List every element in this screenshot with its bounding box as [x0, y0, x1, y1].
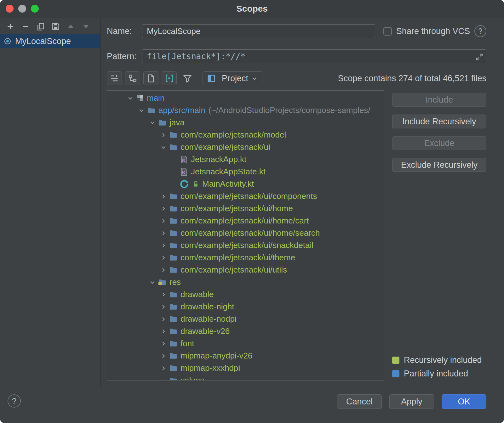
tree-item-label: com/example/jetsnack/ui/home — [180, 204, 293, 213]
tree-row[interactable]: drawable — [107, 288, 384, 301]
chevron-right-icon[interactable] — [158, 340, 169, 347]
folder-icon — [147, 106, 155, 115]
tree-row[interactable]: font — [107, 337, 384, 350]
chevron-right-icon[interactable] — [158, 352, 169, 359]
tree-row[interactable]: drawable-night — [107, 301, 384, 313]
show-scope-icon[interactable] — [162, 71, 177, 85]
chevron-down-icon[interactable] — [147, 279, 158, 286]
footer-buttons: Cancel Apply OK — [337, 394, 486, 409]
expand-icon[interactable] — [475, 53, 484, 61]
tree-item-label: java — [169, 118, 185, 127]
tree-row[interactable]: com/example/jetsnack/ui/home/search — [107, 227, 384, 239]
remove-scope-icon[interactable] — [19, 20, 32, 32]
share-vcs-checkbox[interactable] — [383, 27, 392, 36]
tree-row[interactable]: res — [107, 276, 384, 288]
tree-row[interactable]: mipmap-anydpi-v26 — [107, 350, 384, 362]
filter-icon[interactable] — [180, 71, 195, 85]
tree-actions-column: IncludeInclude RecursivelyExcludeExclude… — [384, 90, 486, 381]
tree-row[interactable]: com/example/jetsnack/ui — [107, 141, 384, 153]
tree-item-label: JetsnackApp.kt — [191, 155, 246, 164]
tree-item-label: com/example/jetsnack/ui — [180, 142, 270, 152]
tree-item-label: com/example/jetsnack/ui/snackdetail — [180, 240, 313, 250]
chevron-right-icon[interactable] — [158, 205, 169, 212]
add-scope-icon[interactable] — [4, 20, 17, 32]
tree-row[interactable]: KJetsnackAppState.kt — [107, 166, 384, 178]
scopes-dialog: Scopes MyLocalScope Name: MyLocalScope S… — [0, 0, 504, 423]
chevron-right-icon[interactable] — [158, 132, 169, 138]
tree-item-label: mipmap-anydpi-v26 — [180, 351, 252, 361]
tree-row[interactable]: main — [107, 92, 384, 104]
chevron-down-icon[interactable] — [158, 377, 169, 381]
chevron-down-icon[interactable] — [136, 107, 147, 114]
chevron-right-icon[interactable] — [158, 254, 169, 261]
include-button: Include — [392, 93, 486, 107]
tree-row[interactable]: drawable-nodpi — [107, 313, 384, 325]
chevron-right-icon[interactable] — [158, 328, 169, 335]
pattern-row: Pattern: file[Jetsnack*]:*//* — [107, 49, 486, 63]
chevron-right-icon[interactable] — [158, 316, 169, 323]
folder-icon — [169, 266, 177, 274]
copy-scope-icon[interactable] — [34, 20, 47, 32]
share-vcs-help-icon[interactable]: ? — [474, 25, 486, 37]
chevron-right-icon[interactable] — [158, 193, 169, 200]
tree-row[interactable]: drawable-v26 — [107, 325, 384, 337]
chevron-right-icon[interactable] — [158, 242, 169, 249]
svg-text:K: K — [182, 169, 186, 175]
tree-row[interactable]: java — [107, 116, 384, 129]
move-up-icon — [64, 20, 77, 32]
tree-row[interactable]: com/example/jetsnack/ui/components — [107, 190, 384, 202]
view-type-label: Project — [222, 74, 248, 83]
scope-list-item[interactable]: MyLocalScope — [0, 34, 100, 48]
chevron-right-icon[interactable] — [158, 217, 169, 224]
exclude-recursively-button[interactable]: Exclude Recursively — [392, 158, 486, 172]
tree-row[interactable]: com/example/jetsnack/model — [107, 129, 384, 141]
chevron-down-icon[interactable] — [125, 95, 136, 102]
folder-icon — [169, 143, 177, 151]
project-view-icon — [207, 74, 215, 82]
traffic-lights — [6, 5, 39, 13]
chevron-right-icon[interactable] — [158, 267, 169, 274]
chevron-down-icon[interactable] — [158, 144, 169, 151]
name-input[interactable]: MyLocalScope — [142, 24, 375, 38]
tree-row[interactable]: com/example/jetsnack/ui/home/cart — [107, 215, 384, 227]
ok-button[interactable]: OK — [442, 394, 486, 409]
close-window-button[interactable] — [6, 5, 14, 13]
titlebar: Scopes — [0, 0, 504, 18]
chevron-right-icon[interactable] — [158, 291, 169, 298]
tree-item-path-suffix: (~/AndroidStudioProjects/compose-samples… — [209, 105, 370, 115]
folder-icon — [169, 131, 177, 139]
pattern-input[interactable]: file[Jetsnack*]:*//* — [142, 49, 486, 63]
include-recursively-button[interactable]: Include Recursively — [392, 115, 486, 128]
tree-row[interactable]: values — [107, 374, 384, 381]
save-scope-icon[interactable] — [49, 20, 62, 32]
minimize-window-button[interactable] — [18, 5, 26, 13]
folder-icon — [169, 290, 177, 299]
cancel-button[interactable]: Cancel — [337, 394, 382, 409]
tree-row[interactable]: app/src/main(~/AndroidStudioProjects/com… — [107, 104, 384, 116]
tree-row[interactable]: com/example/jetsnack/ui/utils — [107, 264, 384, 276]
view-type-dropdown[interactable]: Project — [203, 71, 262, 85]
folder-icon — [158, 119, 166, 127]
tree-row[interactable]: com/example/jetsnack/ui/theme — [107, 251, 384, 264]
tree-row[interactable]: com/example/jetsnack/ui/home — [107, 202, 384, 215]
tree-row[interactable]: com/example/jetsnack/ui/snackdetail — [107, 239, 384, 251]
tree-row[interactable]: mipmap-xxxhdpi — [107, 362, 384, 374]
tree-row[interactable]: MainActivity.kt — [107, 178, 384, 190]
chevron-right-icon[interactable] — [158, 365, 169, 372]
chevron-right-icon[interactable] — [158, 230, 169, 237]
tree-item-label: drawable-night — [180, 302, 234, 312]
chevron-right-icon[interactable] — [158, 303, 169, 310]
compact-empty-packages-icon[interactable] — [107, 71, 122, 85]
help-button[interactable]: ? — [8, 394, 21, 408]
folder-icon — [169, 327, 177, 336]
flatten-packages-icon[interactable] — [125, 71, 140, 85]
show-files-icon[interactable] — [143, 71, 158, 85]
folder-icon — [169, 254, 177, 262]
apply-button[interactable]: Apply — [389, 394, 434, 409]
tree-row[interactable]: KJetsnackApp.kt — [107, 153, 384, 166]
zoom-window-button[interactable] — [31, 5, 39, 13]
tree-item-label: com/example/jetsnack/ui/theme — [180, 253, 295, 262]
chevron-down-icon[interactable] — [147, 119, 158, 126]
tree-item-label: com/example/jetsnack/ui/home/search — [180, 228, 320, 238]
folder-res-icon — [158, 278, 166, 286]
